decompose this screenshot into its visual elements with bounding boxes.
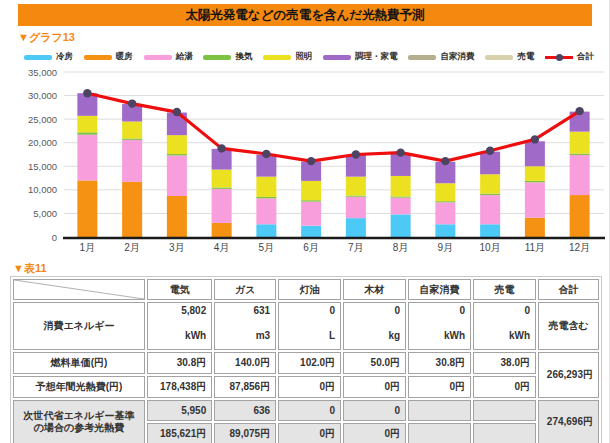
table-section-label: ▼表11 <box>13 261 47 276</box>
bar-segment-ventilation <box>256 197 276 198</box>
cell-ref-consumption-electricity: 5,950 <box>147 400 212 421</box>
bar-segment-ventilation <box>435 201 455 202</box>
legend-item-cooling: 冷房 <box>24 51 73 63</box>
legend-item-hot-water: 給湯 <box>144 51 193 63</box>
graph-section-label: ▼グラフ13 <box>18 30 75 45</box>
cooking-appliances-swatch-icon <box>323 55 351 60</box>
cell-ref-self-empty <box>408 400 471 421</box>
bar-segment-lighting <box>122 122 142 139</box>
bar-segment-ventilation <box>77 132 97 134</box>
cell-ref-cost-gas: 89,075円 <box>214 423 276 443</box>
total-line-point <box>128 99 136 107</box>
cell-annual-sales: 0円 <box>473 376 536 398</box>
utility-cost-chart: 05,00010,00015,00020,00025,00030,00035,0… <box>0 0 610 262</box>
bar-segment-ventilation <box>525 181 545 182</box>
bar-segment-hot-water <box>122 140 142 182</box>
value: 0 <box>284 304 335 316</box>
hot-water-swatch-icon <box>144 55 172 60</box>
row-label-unit-price: 燃料単価(円) <box>13 352 145 374</box>
y-tick-label: 25,000 <box>28 114 57 125</box>
legend-label: 合計 <box>577 51 594 63</box>
ventilation-swatch-icon <box>203 55 231 60</box>
x-tick-label: 5月 <box>259 242 275 253</box>
bar-segment-heating <box>122 182 142 237</box>
bar-segment-lighting <box>167 135 187 154</box>
cell-price-sales: 38.0円 <box>473 352 536 374</box>
unit: m3 <box>220 316 270 341</box>
value: 0 <box>414 304 465 316</box>
total-line-point <box>486 147 494 155</box>
cell-consumption-sales: 0kWh <box>473 302 536 350</box>
bar-segment-cooking-appliances <box>77 93 97 116</box>
row-label-consumption: 消費エネルギー <box>13 302 145 350</box>
bar-segment-hot-water <box>256 198 276 224</box>
cell-ref-consumption-wood: 0 <box>343 400 406 421</box>
cell-price-electricity: 30.8円 <box>147 352 212 374</box>
cell-consumption-electricity: 5,802kWh <box>147 302 212 350</box>
cell-consumption-self: 0kWh <box>408 302 471 350</box>
bar-segment-lighting <box>346 177 366 196</box>
bar-segment-cooling <box>391 214 411 237</box>
bar-segment-heating <box>77 180 97 237</box>
bar-segment-lighting <box>480 174 500 193</box>
y-tick-label: 35,000 <box>28 67 57 78</box>
bar-segment-cooling <box>301 226 321 237</box>
bar-segment-heating <box>212 223 232 237</box>
cell-reference-total: 274,696円 <box>538 400 599 443</box>
legend-item-cooking-appliances: 調理・家電 <box>323 51 398 63</box>
bar-segment-lighting <box>301 181 321 200</box>
y-tick-label: 20,000 <box>28 137 57 148</box>
col-header-total: 合計 <box>538 279 599 300</box>
bar-segment-cooking-appliances <box>525 141 545 166</box>
value: 0 <box>349 304 400 316</box>
col-header-electricity-sales: 売電 <box>473 279 536 300</box>
unit: kg <box>349 316 400 341</box>
bar-segment-cooking-appliances <box>570 112 590 132</box>
y-tick-label: 5,000 <box>33 208 57 219</box>
unit: kWh <box>479 316 530 341</box>
value: 631 <box>220 304 270 316</box>
bar-segment-cooking-appliances <box>391 153 411 176</box>
chart-legend: 冷房暖房給湯換気照明調理・家電自家消費売電合計 <box>24 50 594 64</box>
bar-segment-hot-water <box>391 198 411 215</box>
bar-segment-cooking-appliances <box>435 162 455 183</box>
cell-ref-consumption-gas: 636 <box>214 400 276 421</box>
legend-label: 売電 <box>517 51 534 63</box>
annual-cost-row: 予想年間光熱費(円) 178,438円 87,856円 0円 0円 0円 0円 <box>13 376 599 398</box>
bar-segment-ventilation <box>167 154 187 155</box>
cell-ref-cost-kerosene: 0円 <box>278 423 341 443</box>
legend-item-ventilation: 換気 <box>203 51 252 63</box>
cell-ref-self-empty2 <box>408 423 471 443</box>
cell-annual-gas: 87,856円 <box>214 376 276 398</box>
bar-segment-lighting <box>525 166 545 181</box>
legend-label: 自家消費 <box>440 51 474 63</box>
cell-annual-electricity: 178,438円 <box>147 376 212 398</box>
x-tick-label: 6月 <box>303 242 319 253</box>
x-tick-label: 7月 <box>348 242 364 253</box>
bar-segment-hot-water <box>167 155 187 196</box>
cell-ref-cost-wood: 0円 <box>343 423 406 443</box>
legend-label: 暖房 <box>116 51 133 63</box>
cell-ref-sales-empty2 <box>473 423 536 443</box>
legend-label: 給湯 <box>176 51 193 63</box>
bar-segment-hot-water <box>525 182 545 217</box>
total-line-point <box>352 150 360 158</box>
cell-annual-wood: 0円 <box>343 376 406 398</box>
legend-item-lighting: 照明 <box>263 51 312 63</box>
bar-segment-hot-water <box>301 202 321 226</box>
x-tick-label: 1月 <box>80 242 96 253</box>
x-tick-label: 9月 <box>438 242 454 253</box>
legend-item-heating: 暖房 <box>84 51 133 63</box>
bar-segment-ventilation <box>480 194 500 195</box>
electricity-sales-swatch-icon <box>485 55 513 60</box>
value: 0 <box>479 304 530 316</box>
bar-segment-ventilation <box>122 138 142 139</box>
legend-item-electricity-sales: 売電 <box>485 51 534 63</box>
consumption-row: 消費エネルギー 5,802kWh 631m3 0L 0kg 0kWh 0kWh … <box>13 302 599 350</box>
bar-segment-cooking-appliances <box>346 155 366 177</box>
bar-segment-cooking-appliances <box>122 104 142 121</box>
bar-segment-heating <box>570 195 590 237</box>
total-line-point <box>575 107 583 115</box>
bar-segment-cooling <box>480 224 500 237</box>
bar-segment-cooking-appliances <box>480 152 500 175</box>
